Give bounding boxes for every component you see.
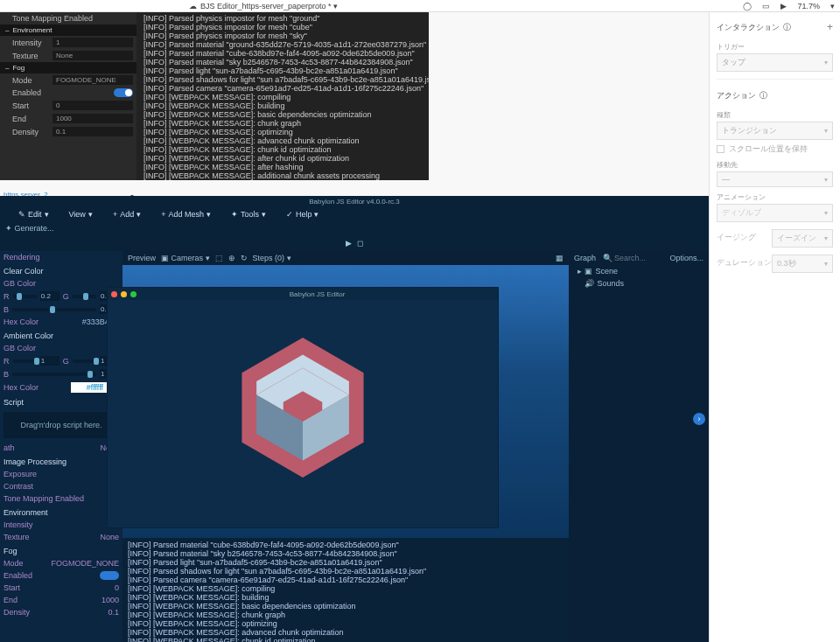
rendering-label: Rendering bbox=[4, 253, 40, 262]
fog-enabled-toggle[interactable] bbox=[114, 88, 133, 97]
intensity-value[interactable]: 1 bbox=[52, 38, 133, 47]
stop-button[interactable]: ◻ bbox=[357, 239, 363, 248]
tex2-label: Texture bbox=[4, 533, 30, 541]
easing-select[interactable]: イーズイン bbox=[772, 229, 833, 248]
fog-start-value[interactable]: 0 bbox=[52, 101, 133, 110]
fog-density-label: Density bbox=[12, 128, 52, 136]
r-slider[interactable] bbox=[13, 295, 37, 298]
play-icon[interactable]: ▶ bbox=[780, 2, 787, 10]
max-dot-icon[interactable] bbox=[130, 291, 136, 297]
title-text: BJS Editor_https-server_paperproto * ▾ bbox=[200, 2, 338, 10]
moveto-select[interactable]: — bbox=[717, 171, 833, 187]
min-dot-icon[interactable] bbox=[121, 291, 127, 297]
graph-options[interactable]: Options... bbox=[669, 254, 704, 262]
section-fog[interactable]: Fog bbox=[0, 62, 136, 73]
user-icon[interactable]: ◯ bbox=[743, 2, 752, 10]
b-slider[interactable] bbox=[12, 308, 96, 311]
b2-slider[interactable] bbox=[12, 373, 96, 376]
trigger-select[interactable]: タップ bbox=[717, 53, 833, 72]
sounds-node[interactable]: 🔊 Sounds bbox=[569, 277, 709, 290]
viewport-tool-3[interactable]: ↻ bbox=[241, 254, 248, 262]
hex-label: Hex Color bbox=[4, 318, 38, 326]
rgb-label: GB Color bbox=[4, 279, 36, 288]
add-interaction-button[interactable]: + bbox=[827, 21, 833, 33]
g2-slider[interactable] bbox=[73, 359, 96, 363]
mode2-value[interactable]: FOGMODE_NONE bbox=[51, 559, 119, 568]
clear-color-section: Clear Color bbox=[0, 263, 122, 277]
zoom-level[interactable]: 71.7% bbox=[797, 2, 820, 10]
end2-value[interactable]: 1000 bbox=[102, 596, 119, 604]
tone-mapping-label: Tone Mapping Enabled bbox=[12, 14, 93, 23]
hex2-label: Hex Color bbox=[4, 383, 38, 392]
fog-density-value[interactable]: 0.1 bbox=[52, 127, 133, 136]
scene-node[interactable]: ▸ ▣ Scene bbox=[569, 265, 709, 277]
menu-add-mesh[interactable]: + Add Mesh ▾ bbox=[148, 210, 214, 219]
prototype-link-fab[interactable]: › bbox=[693, 413, 705, 425]
r2-slider[interactable] bbox=[13, 359, 37, 363]
path-label: ath bbox=[4, 443, 15, 452]
fog-start-label: Start bbox=[12, 101, 52, 110]
babylon-logo-icon bbox=[242, 338, 364, 478]
generate-button[interactable]: ✦ Generate... bbox=[5, 224, 54, 233]
menu-add[interactable]: + Add ▾ bbox=[100, 210, 144, 219]
texture-value[interactable]: None bbox=[52, 51, 133, 60]
close-dot-icon[interactable] bbox=[111, 291, 117, 297]
menu-help[interactable]: ✓ Help ▾ bbox=[273, 210, 323, 219]
document-title[interactable]: ☁ BJS Editor_https-server_paperproto * ▾ bbox=[189, 2, 338, 10]
inspector-panel: Tone Mapping Enabled Environment Intensi… bbox=[0, 12, 136, 180]
scroll-checkbox[interactable] bbox=[717, 145, 724, 153]
play-button[interactable]: ▶ bbox=[346, 239, 352, 248]
editor2-menubar: ✎ Edit ▾ View ▾ + Add ▾ + Add Mesh ▾ ✦ T… bbox=[0, 207, 709, 221]
editor-frame-1: Tone Mapping Enabled Environment Intensi… bbox=[0, 12, 429, 180]
cameras-dropdown[interactable]: ▣ Cameras ▾ bbox=[161, 254, 210, 262]
menu-edit[interactable]: ✎ Edit ▾ bbox=[5, 210, 52, 219]
script-section: Script bbox=[0, 394, 122, 408]
graph-title: Graph bbox=[574, 254, 596, 262]
splash-title: Babylon JS Editor bbox=[140, 290, 494, 298]
scroll-label: スクロール位置を保持 bbox=[729, 143, 808, 155]
moveto-label: 移動先 bbox=[717, 160, 833, 170]
enab2-toggle[interactable] bbox=[100, 571, 119, 580]
info-icon-2[interactable]: ⓘ bbox=[760, 90, 767, 101]
prototype-canvas[interactable]: Tone Mapping Enabled Environment Intensi… bbox=[0, 12, 709, 642]
g-slider[interactable] bbox=[73, 295, 96, 298]
info-icon[interactable]: ⓘ bbox=[783, 22, 791, 33]
app-topbar: ☁ BJS Editor_https-server_paperproto * ▾… bbox=[0, 0, 840, 12]
steps-dropdown[interactable]: Steps (0) ▾ bbox=[253, 254, 291, 262]
start2-value[interactable]: 0 bbox=[115, 583, 119, 592]
r-input[interactable] bbox=[40, 291, 60, 301]
start2-label: Start bbox=[4, 583, 20, 592]
contrast-label: Contrast bbox=[4, 482, 33, 491]
dens2-value[interactable]: 0.1 bbox=[108, 608, 119, 617]
viewport-tool-4[interactable]: ▦ bbox=[556, 254, 564, 262]
console-1: [INFO] Parsed physics impostor for mesh … bbox=[140, 12, 429, 180]
tex2-value[interactable]: None bbox=[100, 533, 119, 541]
rgb2-label: GB Color bbox=[4, 344, 36, 352]
fog-mode-value[interactable]: FOGMODE_NONE bbox=[52, 75, 133, 85]
int2-label: Intensity bbox=[4, 520, 33, 529]
script-dropzone[interactable]: Drag'n'drop script here. bbox=[4, 412, 119, 438]
viewport-tool-1[interactable]: ⬚ bbox=[215, 254, 223, 262]
easing-label: イージング bbox=[717, 232, 756, 243]
design-side-panel: インタラクションⓘ+ トリガー タップ アクションⓘ 種類 トランジション スク… bbox=[709, 12, 840, 642]
anim-select[interactable]: ディゾルブ bbox=[717, 204, 833, 222]
fog-mode-label: Mode bbox=[12, 76, 52, 85]
splash-window: Babylon JS Editor bbox=[107, 287, 499, 528]
graph-search[interactable]: Search... bbox=[614, 254, 646, 262]
fog2-section: Fog bbox=[0, 543, 122, 557]
enab2-label: Enabled bbox=[4, 571, 32, 580]
r2-input[interactable] bbox=[40, 356, 60, 366]
viewport-tool-2[interactable]: ⊕ bbox=[228, 254, 235, 262]
anim-label: アニメーション bbox=[717, 192, 833, 202]
section-environment[interactable]: Environment bbox=[0, 24, 136, 36]
device-icon[interactable]: ▭ bbox=[762, 2, 770, 10]
exposure-label: Exposure bbox=[4, 470, 37, 478]
menu-view[interactable]: View ▾ bbox=[56, 210, 96, 219]
type-select[interactable]: トランジション bbox=[717, 122, 833, 140]
chevron-down-icon[interactable]: ▾ bbox=[830, 2, 835, 10]
fog-end-value[interactable]: 1000 bbox=[52, 114, 133, 123]
duration-select[interactable]: 0.3秒 bbox=[772, 255, 833, 273]
menu-tools[interactable]: ✦ Tools ▾ bbox=[218, 210, 270, 219]
trigger-label: トリガー bbox=[717, 42, 833, 52]
tmap-label: Tone Mapping Enabled bbox=[4, 494, 84, 503]
